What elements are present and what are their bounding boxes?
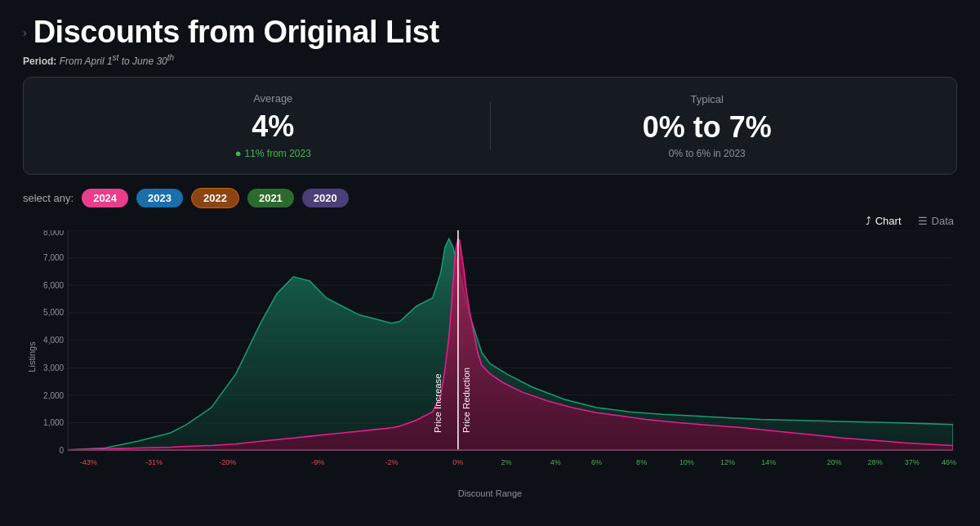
data-icon: ☰ <box>918 215 928 227</box>
svg-text:6%: 6% <box>591 458 602 466</box>
svg-text:1,000: 1,000 <box>43 418 64 427</box>
svg-text:28%: 28% <box>868 458 883 466</box>
svg-text:3,000: 3,000 <box>43 363 64 372</box>
year-filter-row: select any: 2024 2023 2022 2021 2020 <box>23 188 957 208</box>
typical-label: Typical <box>491 93 924 105</box>
stats-card: Average 4% ● 11% from 2023 Typical 0% to… <box>23 77 957 175</box>
year-badge-2020[interactable]: 2020 <box>302 189 349 207</box>
svg-text:10%: 10% <box>679 458 694 466</box>
data-view-button[interactable]: ☰ Data <box>918 215 954 227</box>
svg-text:Price Increase: Price Increase <box>433 373 443 433</box>
chart-label: Chart <box>875 215 902 227</box>
chart-view-button[interactable]: ⤴ Chart <box>866 215 902 227</box>
average-value: 4% <box>56 109 490 144</box>
svg-text:2,000: 2,000 <box>43 391 64 400</box>
year-badge-2023[interactable]: 2023 <box>136 189 183 207</box>
y-axis-title: Listings <box>27 341 37 372</box>
year-badge-2024[interactable]: 2024 <box>82 189 128 207</box>
svg-text:-20%: -20% <box>219 458 236 466</box>
svg-text:46%: 46% <box>942 458 956 466</box>
chart-svg: 0 1,000 2,000 3,000 4,000 5,000 6,000 7,… <box>23 230 957 484</box>
typical-stat: Typical 0% to 7% 0% to 6% in 2023 <box>491 93 924 159</box>
svg-text:0: 0 <box>60 446 65 455</box>
svg-text:4,000: 4,000 <box>43 336 64 345</box>
x-axis-label: Discount Range <box>23 488 957 498</box>
svg-text:8%: 8% <box>636 458 647 466</box>
svg-text:14%: 14% <box>761 458 776 466</box>
up-icon: ● <box>235 147 242 159</box>
svg-text:0%: 0% <box>452 458 463 466</box>
svg-text:37%: 37% <box>905 458 920 466</box>
chart-icon: ⤴ <box>866 215 871 227</box>
svg-text:5,000: 5,000 <box>43 308 64 317</box>
svg-text:Price Reduction: Price Reduction <box>461 368 471 433</box>
svg-text:-43%: -43% <box>80 458 97 466</box>
typical-value: 0% to 7% <box>491 110 924 145</box>
svg-text:20%: 20% <box>826 458 841 466</box>
page-title: Discounts from Original List <box>33 15 439 50</box>
data-label: Data <box>932 215 954 227</box>
typical-subtext: 0% to 6% in 2023 <box>491 148 924 159</box>
select-any-label: select any: <box>23 192 74 204</box>
svg-text:4%: 4% <box>550 458 561 466</box>
year-badge-2022[interactable]: 2022 <box>191 188 239 208</box>
svg-text:8,000: 8,000 <box>43 230 64 237</box>
svg-text:7,000: 7,000 <box>43 253 64 262</box>
svg-text:6,000: 6,000 <box>43 281 64 290</box>
period-value: From April 1st to June 30th <box>60 56 174 67</box>
average-label: Average <box>56 92 490 105</box>
period-label: Period: <box>23 56 56 67</box>
average-subtext: ● 11% from 2023 <box>56 147 490 159</box>
svg-text:-2%: -2% <box>385 458 399 466</box>
chart-area: Listings <box>23 230 957 484</box>
year-badge-2021[interactable]: 2021 <box>247 189 294 207</box>
svg-text:2%: 2% <box>501 458 512 466</box>
breadcrumb-chevron: › <box>23 26 27 39</box>
svg-text:-31%: -31% <box>145 458 163 466</box>
svg-text:-9%: -9% <box>311 458 324 466</box>
view-controls: ⤴ Chart ☰ Data <box>23 215 957 227</box>
average-stat: Average 4% ● 11% from 2023 <box>56 92 490 159</box>
svg-text:12%: 12% <box>720 458 735 466</box>
